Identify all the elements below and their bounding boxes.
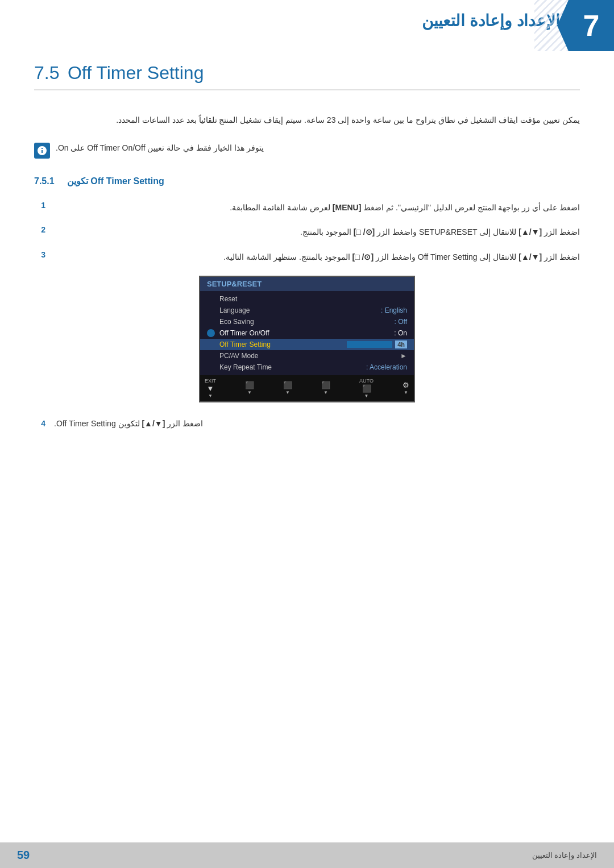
- menu-item-value-language: : English: [381, 306, 407, 314]
- step-4: اضغط الزر [▼/▲] لتكوين Off Timer Setting…: [34, 417, 580, 431]
- steps-container: اضغط على أي زر بواجهة المنتج لعرض الدليل…: [34, 201, 580, 264]
- footer-page-number: 59: [17, 849, 30, 862]
- toolbar-icon-2: ⬛: [283, 381, 292, 389]
- menu-item-off-timer-setting: Off Timer Setting 4h: [200, 339, 414, 350]
- step-3: اضغط الزر [▼/▲] للانتقال إلى Off Timer S…: [34, 250, 580, 264]
- sub-section-number: 7.5.1: [34, 176, 55, 186]
- menu-item-pcav: PC/AV Mode ►: [200, 350, 414, 362]
- menu-item-label-reset: Reset: [219, 295, 407, 303]
- toolbar-item-auto: AUTO ⬛ ▼: [359, 378, 374, 398]
- toolbar-arrow-auto: ▼: [364, 393, 369, 398]
- toolbar-item-3: ⬛ ▼: [321, 381, 330, 395]
- menu-item-value-keyrepeat: : Acceleration: [366, 363, 407, 371]
- toolbar-item-2: ⬛ ▼: [283, 381, 292, 395]
- step-4-text: اضغط الزر [▼/▲] لتكوين Off Timer Setting…: [54, 417, 203, 431]
- step-2-text: اضغط الزر [▼/▲] للانتقال إلى SETUP&RESET…: [54, 225, 580, 239]
- chapter-number: 7: [583, 9, 600, 43]
- menu-item-value-onoff: : On: [394, 329, 407, 337]
- note-text: يتوفر هذا الخيار فقط في حالة تعيين Off T…: [56, 142, 264, 155]
- slider-value: 4h: [395, 340, 407, 348]
- step-1-text: اضغط على أي زر بواجهة المنتج لعرض الدليل…: [54, 201, 580, 215]
- step-3-number: 3: [34, 250, 45, 259]
- toolbar-icon-exit: ▼: [207, 384, 214, 393]
- menu-item-off-timer-onoff: Off Timer On/Off : On: [200, 327, 414, 339]
- step-1: اضغط على أي زر بواجهة المنتج لعرض الدليل…: [34, 201, 580, 215]
- toolbar-item-1: ⬛ ▼: [245, 381, 254, 395]
- info-icon: [34, 143, 50, 159]
- slider-track: [347, 341, 392, 348]
- menu-item-reset: Reset: [200, 293, 414, 305]
- menu-item-language: Language : English: [200, 305, 414, 316]
- toolbar-item-gear: ⚙ ▼: [403, 381, 409, 395]
- sub-section-name: تكوين Off Timer Setting: [67, 176, 164, 186]
- chapter-number-box: 7: [569, 0, 614, 51]
- menu-item-label-onoff: Off Timer On/Off: [219, 329, 391, 337]
- section-title: 7.5 Off Timer Setting: [34, 63, 580, 90]
- toolbar-arrow-gear: ▼: [404, 390, 408, 395]
- step-1-number: 1: [34, 201, 45, 210]
- toolbar-icon-1: ⬛: [245, 381, 254, 389]
- step-4-number: 4: [34, 417, 45, 431]
- toolbar-arrow-exit: ▼: [208, 393, 213, 398]
- menu-items-list: Reset Language : English Eco Saving : Of…: [200, 291, 414, 375]
- step-3-text: اضغط الزر [▼/▲] للانتقال إلى Off Timer S…: [54, 250, 580, 264]
- toolbar-arrow-1: ▼: [247, 390, 252, 395]
- footer-chapter-text: الإعداد وإعادة التعيين: [532, 851, 597, 859]
- description-paragraph: يمكن تعيين مؤقت ايقاف التشغيل في نطاق يت…: [34, 113, 580, 127]
- menu-item-label-setting: Off Timer Setting: [219, 340, 347, 348]
- menu-item-label-language: Language: [219, 306, 378, 314]
- menu-item-label-pcav: PC/AV Mode: [219, 352, 400, 360]
- section-name: Off Timer Setting: [68, 63, 204, 83]
- menu-toolbar: EXIT ▼ ▼ ⬛ ▼ ⬛ ▼ ⬛ ▼ AUTO ⬛ ▼ ⚙: [200, 375, 414, 401]
- toolbar-label-exit: EXIT: [205, 378, 216, 384]
- toolbar-item-exit: EXIT ▼ ▼: [205, 378, 216, 398]
- section-number: 7.5: [34, 63, 59, 83]
- menu-screenshot: SETUP&RESET Reset Language : English Eco…: [199, 276, 415, 402]
- step-2: اضغط الزر [▼/▲] للانتقال إلى SETUP&RESET…: [34, 225, 580, 239]
- menu-item-key-repeat: Key Repeat Time : Acceleration: [200, 362, 414, 373]
- toolbar-icon-3: ⬛: [321, 381, 330, 389]
- toolbar-icon-auto: ⬛: [362, 384, 371, 393]
- sub-section-heading: 7.5.1 تكوين Off Timer Setting: [34, 176, 580, 186]
- toolbar-arrow-3: ▼: [323, 390, 328, 395]
- menu-item-dot-onoff: [207, 329, 215, 337]
- menu-item-value-eco: : Off: [395, 318, 407, 326]
- menu-item-label-keyrepeat: Key Repeat Time: [219, 363, 363, 371]
- menu-item-arrow-pcav: ►: [400, 352, 407, 360]
- toolbar-icon-gear: ⚙: [403, 381, 409, 389]
- menu-item-label-eco: Eco Saving: [219, 318, 392, 326]
- page-footer: 59 الإعداد وإعادة التعيين: [0, 842, 614, 868]
- toolbar-arrow-2: ▼: [285, 390, 290, 395]
- toolbar-label-auto: AUTO: [359, 378, 374, 384]
- menu-item-slider: 4h: [347, 340, 407, 348]
- main-content: 7.5 Off Timer Setting يمكن تعيين مؤقت اي…: [0, 0, 614, 476]
- step-2-number: 2: [34, 225, 45, 234]
- menu-item-eco-saving: Eco Saving : Off: [200, 316, 414, 327]
- chapter-header: الإعداد وإعادة التعيين 7: [422, 0, 614, 51]
- menu-title-bar: SETUP&RESET: [200, 277, 414, 291]
- info-box: يتوفر هذا الخيار فقط في حالة تعيين Off T…: [34, 142, 580, 159]
